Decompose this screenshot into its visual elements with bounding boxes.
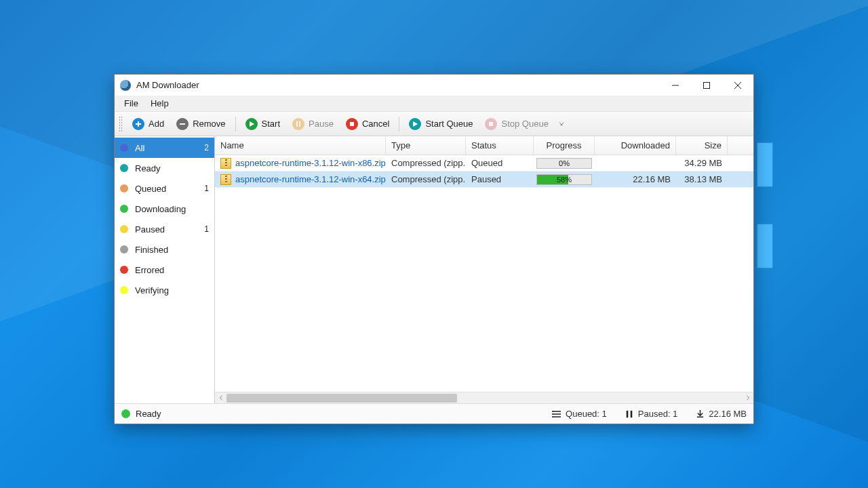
sidebar-item-errored[interactable]: Errored <box>115 260 214 280</box>
status-downloaded: 22.16 MB <box>695 409 747 419</box>
start-button[interactable]: Start <box>240 115 285 133</box>
progress-bar: 0% <box>536 158 592 169</box>
menu-file[interactable]: File <box>119 96 144 110</box>
status-dot-icon <box>120 184 128 192</box>
minus-icon <box>176 118 189 130</box>
pause-icon <box>625 409 634 419</box>
scroll-thumb[interactable] <box>226 394 457 403</box>
sidebar-item-finished[interactable]: Finished <box>115 239 214 260</box>
sidebar-item-ready[interactable]: Ready <box>115 158 214 178</box>
pause-icon <box>292 118 304 130</box>
add-button[interactable]: Add <box>127 115 170 133</box>
table-row[interactable]: aspnetcore-runtime-3.1.12-win-x86.zipCom… <box>215 155 753 171</box>
col-size[interactable]: Size <box>676 136 728 155</box>
sidebar-item-label: Queued <box>135 184 204 194</box>
desktop-decoration <box>757 224 773 268</box>
col-downloaded[interactable]: Downloaded <box>595 136 676 155</box>
sidebar: All2ReadyQueued1DownloadingPaused1Finish… <box>115 136 215 403</box>
play-icon <box>409 118 421 130</box>
desktop-decoration <box>757 142 773 187</box>
stop-icon <box>485 118 497 130</box>
status-dot-icon <box>120 205 128 213</box>
remove-label: Remove <box>193 119 225 129</box>
column-headers: Name Type Status Progress Downloaded Siz… <box>215 136 753 155</box>
progress-text: 58% <box>537 175 591 184</box>
horizontal-scrollbar[interactable] <box>215 392 753 403</box>
sidebar-item-label: Downloading <box>135 204 209 214</box>
file-name: aspnetcore-runtime-3.1.12-win-x64.zip <box>235 174 386 184</box>
status-dot-icon <box>120 144 128 152</box>
sidebar-item-label: Ready <box>135 163 209 174</box>
download-icon <box>695 409 705 419</box>
start-queue-label: Start Queue <box>425 119 473 129</box>
cell-size: 38.13 MB <box>676 171 728 187</box>
sidebar-item-queued[interactable]: Queued1 <box>115 178 214 199</box>
sidebar-item-all[interactable]: All2 <box>115 138 214 158</box>
scroll-right-icon[interactable] <box>742 392 753 404</box>
toolbar: Add Remove Start Pause Cancel <box>115 112 753 136</box>
cancel-label: Cancel <box>362 119 389 129</box>
sidebar-item-paused[interactable]: Paused1 <box>115 219 214 239</box>
svg-rect-1 <box>350 122 354 126</box>
cell-name: aspnetcore-runtime-3.1.12-win-x64.zip <box>215 171 386 187</box>
svg-rect-0 <box>704 82 710 88</box>
status-dot-icon <box>120 286 128 294</box>
minimize-button[interactable] <box>660 75 691 96</box>
app-icon <box>120 80 131 91</box>
sidebar-item-label: All <box>135 143 204 153</box>
sidebar-item-label: Paused <box>135 224 204 235</box>
play-icon <box>245 118 258 130</box>
start-label: Start <box>262 119 280 129</box>
progress-text: 0% <box>537 159 591 168</box>
zip-file-icon <box>220 158 231 169</box>
cell-type: Compressed (zipp... <box>386 171 466 187</box>
pause-label: Pause <box>309 119 334 129</box>
cell-status: Paused <box>466 171 534 187</box>
cancel-button[interactable]: Cancel <box>340 115 395 133</box>
progress-bar: 58% <box>536 174 592 185</box>
app-window: AM Downloader File Help Add Remove <box>114 74 754 424</box>
status-downloaded-text: 22.16 MB <box>709 409 747 419</box>
svg-point-3 <box>552 411 553 412</box>
col-name[interactable]: Name <box>215 136 386 155</box>
titlebar[interactable]: AM Downloader <box>115 75 753 96</box>
cell-status: Queued <box>466 155 534 171</box>
col-status[interactable]: Status <box>466 136 534 155</box>
zip-file-icon <box>220 174 231 185</box>
menu-help[interactable]: Help <box>145 96 174 110</box>
sidebar-item-count: 1 <box>204 224 209 234</box>
svg-rect-6 <box>627 410 629 417</box>
cell-size: 34.29 MB <box>676 155 728 171</box>
col-progress[interactable]: Progress <box>534 136 595 155</box>
sidebar-item-downloading[interactable]: Downloading <box>115 199 214 219</box>
cell-type: Compressed (zipp... <box>386 155 466 171</box>
scroll-left-icon[interactable] <box>215 392 226 404</box>
cell-downloaded <box>595 155 676 171</box>
sidebar-item-verifying[interactable]: Verifying <box>115 280 214 300</box>
remove-button[interactable]: Remove <box>171 115 231 133</box>
rows-container: aspnetcore-runtime-3.1.12-win-x86.zipCom… <box>215 155 753 392</box>
toolbar-separator <box>399 117 399 131</box>
maximize-button[interactable] <box>691 75 722 96</box>
table-row[interactable]: aspnetcore-runtime-3.1.12-win-x64.zipCom… <box>215 171 753 188</box>
cell-name: aspnetcore-runtime-3.1.12-win-x86.zip <box>215 155 386 171</box>
toolbar-grip[interactable] <box>119 116 123 132</box>
toolbar-overflow[interactable] <box>557 114 566 134</box>
stop-queue-button[interactable]: Stop Queue <box>479 115 553 133</box>
status-paused: Paused: 1 <box>625 409 678 419</box>
status-dot-icon <box>120 245 128 253</box>
queue-icon <box>552 409 561 419</box>
sidebar-item-label: Errored <box>135 265 209 275</box>
start-queue-button[interactable]: Start Queue <box>403 115 478 133</box>
sidebar-item-label: Verifying <box>135 285 209 296</box>
svg-rect-7 <box>631 410 633 417</box>
col-type[interactable]: Type <box>386 136 466 155</box>
stop-icon <box>346 118 358 130</box>
scroll-track[interactable] <box>226 392 742 404</box>
status-dot-icon <box>120 164 128 172</box>
toolbar-separator <box>235 117 236 131</box>
pause-button[interactable]: Pause <box>287 115 339 133</box>
close-button[interactable] <box>722 75 753 96</box>
status-queued: Queued: 1 <box>552 409 607 419</box>
sidebar-item-count: 1 <box>204 184 209 193</box>
